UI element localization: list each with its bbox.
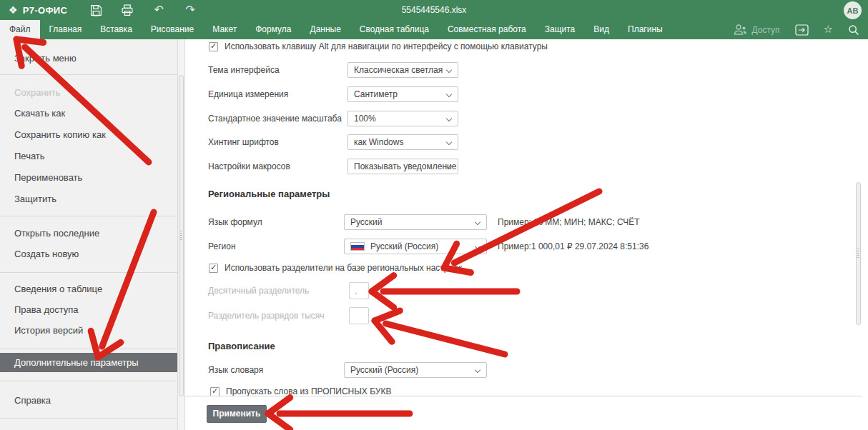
content-scrollbar: [855, 39, 862, 430]
sidebar-divider: [0, 74, 177, 75]
sidebar-item-create-new[interactable]: Создать новую: [0, 244, 177, 264]
tab-insert[interactable]: Вставка: [91, 20, 142, 39]
decimal-separator-input[interactable]: ,: [349, 282, 369, 299]
formula-language-row: Язык формул Русский Пример: СУММ; МИН; М…: [208, 214, 862, 230]
sidebar-item-help[interactable]: Справка: [0, 391, 177, 411]
app-window: ❖ Р7-ОФИС ↶ ↷ 5545445546.xlsx АВ Файл Гл…: [0, 0, 868, 430]
font-hinting-label: Хинтинг шрифтов: [208, 134, 279, 150]
default-zoom-select[interactable]: 100%: [347, 111, 458, 126]
region-label: Регион: [208, 239, 236, 254]
region-select[interactable]: Русский (Россия): [344, 239, 487, 254]
tab-home[interactable]: Главная: [40, 20, 92, 39]
default-zoom-setting-row: Стандартное значение масштаба 100%: [208, 111, 862, 126]
advanced-settings-panel: ✓ Использовать клавишу Alt для навигации…: [185, 39, 862, 430]
tab-plugins[interactable]: Плагины: [618, 20, 672, 39]
favorite-star-icon[interactable]: ☆: [824, 24, 833, 35]
checkbox-checked-icon: ✓: [210, 387, 220, 396]
app-logo: ❖ Р7-ОФИС: [9, 5, 67, 16]
file-menu-sidebar: Закрыть меню Сохранить Скачать как Сохра…: [0, 39, 177, 430]
formula-language-select[interactable]: Русский: [344, 214, 487, 230]
theme-select[interactable]: Классическая светлая: [347, 62, 458, 78]
chevron-down-icon: [446, 139, 452, 145]
spelling-heading: Правописание: [208, 341, 275, 351]
decimal-separator-label: Десятичный разделитель: [208, 282, 309, 299]
alt-navigation-checkbox[interactable]: ✓ Использовать клавишу Alt для навигации…: [209, 41, 548, 51]
unit-select[interactable]: Сантиметр: [347, 86, 458, 102]
tab-pivot-table[interactable]: Сводная таблица: [350, 20, 438, 39]
undo-icon[interactable]: ↶: [152, 3, 166, 17]
sidebar-item-download-as[interactable]: Скачать как: [0, 104, 177, 124]
macros-label: Настройки макросов: [208, 159, 290, 174]
app-logo-text: Р7-ОФИС: [23, 5, 67, 16]
checkbox-label: Использовать клавишу Alt для навигации п…: [225, 41, 548, 51]
avatar[interactable]: АВ: [844, 1, 862, 19]
decimal-separator-row: Десятичный разделитель ,: [208, 282, 862, 299]
chevron-down-icon: [475, 219, 480, 225]
tab-draw[interactable]: Рисование: [142, 20, 203, 39]
formula-language-label: Язык формул: [208, 214, 262, 230]
use-regional-separators-checkbox[interactable]: ✓ Использовать разделители на базе регио…: [209, 263, 462, 273]
ignore-uppercase-checkbox[interactable]: ✓ Пропускать слова из ПРОПИСНЫХ БУКВ: [210, 386, 391, 396]
print-icon[interactable]: [120, 3, 134, 17]
checkbox-label: Пропускать слова из ПРОПИСНЫХ БУКВ: [226, 386, 391, 396]
quick-access-toolbar: ↶ ↷: [89, 3, 197, 17]
checkbox-checked-icon: ✓: [209, 264, 218, 273]
chevron-down-icon: [475, 367, 480, 373]
thousands-separator-input[interactable]: [349, 307, 369, 324]
formula-example-text: Пример: СУММ; МИН; МАКС; СЧЁТ: [498, 214, 640, 230]
sidebar-item-access-rights[interactable]: Права доступа: [0, 300, 177, 320]
footer-divider: [185, 396, 862, 396]
dictionary-language-row: Язык словаря Русский (Россия): [208, 362, 862, 378]
users-icon: [733, 24, 747, 35]
apply-button[interactable]: Применить: [207, 405, 267, 423]
sidebar-divider: [0, 272, 177, 273]
open-file-location-icon[interactable]: [795, 24, 809, 36]
share-access-button[interactable]: Доступ: [733, 24, 779, 35]
titlebar: ❖ Р7-ОФИС ↶ ↷ 5545445546.xlsx АВ: [0, 0, 868, 20]
region-row: Регион Русский (Россия) Пример:1 000,01 …: [208, 239, 862, 254]
theme-setting-row: Тема интерфейса Классическая светлая: [208, 62, 862, 78]
chevron-down-icon: [475, 244, 480, 249]
sidebar-divider: [0, 381, 177, 381]
sidebar-item-rename[interactable]: Переименовать: [0, 168, 177, 188]
checkbox-label: Использовать разделители на базе региона…: [225, 263, 462, 273]
unit-setting-row: Единица измерения Сантиметр: [208, 86, 862, 102]
tab-data[interactable]: Данные: [301, 20, 350, 39]
sidebar-item-advanced-settings[interactable]: Дополнительные параметры: [0, 353, 177, 372]
share-access-label: Доступ: [751, 25, 779, 35]
tab-protection[interactable]: Защита: [536, 20, 585, 39]
sidebar-item-print[interactable]: Печать: [0, 146, 177, 166]
sidebar-scrollbar-thumb[interactable]: [179, 75, 184, 396]
tab-file[interactable]: Файл: [0, 20, 40, 39]
tab-bar-actions: Доступ ☆: [733, 20, 859, 39]
search-icon[interactable]: [848, 24, 859, 36]
macros-setting-row: Настройки макросов Показывать уведомлени…: [208, 159, 862, 174]
font-hinting-select[interactable]: как Windows: [347, 134, 458, 150]
tab-layout[interactable]: Макет: [203, 20, 246, 39]
default-zoom-label: Стандартное значение масштаба: [208, 111, 342, 126]
theme-label: Тема интерфейса: [208, 62, 280, 78]
tab-formula[interactable]: Формула: [246, 20, 300, 39]
sidebar-item-version-history[interactable]: История версий: [0, 321, 177, 341]
sidebar-item-protect[interactable]: Защитить: [0, 189, 177, 209]
ribbon-tab-bar: Файл Главная Вставка Рисование Макет Фор…: [0, 20, 868, 39]
content-scrollbar-thumb[interactable]: [856, 182, 861, 325]
sidebar-item-spreadsheet-info[interactable]: Сведения о таблице: [0, 279, 177, 299]
scrollbar-grip: [857, 249, 859, 259]
region-example-text: Пример:1 000,01 ₽ 29.07.2024 8:51:36: [498, 239, 648, 254]
tab-view[interactable]: Вид: [584, 20, 618, 39]
sidebar-item-save: Сохранить: [0, 83, 177, 103]
tab-collaboration[interactable]: Совместная работа: [438, 20, 536, 39]
save-icon[interactable]: [89, 3, 103, 17]
sidebar-divider: [0, 418, 177, 419]
dictionary-language-label: Язык словаря: [208, 362, 263, 378]
chevron-down-icon: [446, 116, 452, 121]
macros-select[interactable]: Показывать уведомление: [347, 159, 458, 174]
dictionary-language-select[interactable]: Русский (Россия): [344, 362, 487, 378]
chevron-down-icon: [446, 91, 452, 97]
font-hinting-setting-row: Хинтинг шрифтов как Windows: [208, 134, 862, 150]
redo-icon[interactable]: ↷: [183, 3, 197, 17]
sidebar-item-close-menu[interactable]: Закрыть меню: [0, 49, 177, 69]
sidebar-item-open-recent[interactable]: Открыть последние: [0, 224, 177, 244]
sidebar-item-save-copy-as[interactable]: Сохранить копию как: [0, 125, 177, 145]
